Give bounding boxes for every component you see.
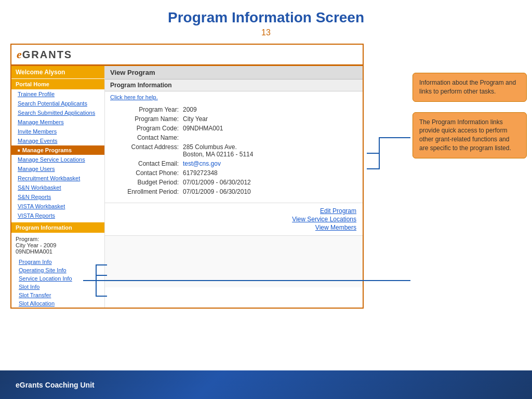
sidebar-item-manage-members[interactable]: Manage Members [11,117,104,127]
sidebar-item-recruitment-workbasket[interactable]: Recruitment Workbasket [11,174,104,183]
sidebar-sub-slot-info[interactable]: Slot Info [11,283,104,291]
sidebar-item-invite-members[interactable]: Invite Members [11,127,104,136]
program-box-label: Program: [16,236,100,242]
egrants-body: Welcome Alyson Portal Home Trainee Profi… [11,66,363,308]
program-details: Program Year: 2009 Program Name: City Ye… [105,103,363,203]
sidebar-sub-service-location[interactable]: Service Location Info [11,274,104,283]
egrants-logo: eGrants [17,48,72,61]
budget-period-label: Budget Period: [110,179,183,186]
view-members-link[interactable]: View Members [105,224,356,231]
program-box-code: 09NDHMA001 [16,248,100,255]
program-info-box: Program: City Year - 2009 09NDHMA001 [11,233,104,258]
sidebar-item-manage-events[interactable]: Manage Events [11,136,104,145]
callout-area: Information about the Program and links … [413,73,527,158]
sidebar-item-search-submitted[interactable]: Search Submitted Applications [11,108,104,117]
contact-email-value: test@cns.gov [183,160,221,167]
program-box-name: City Year - 2009 [16,242,100,248]
detail-row-budget-period: Budget Period: 07/01/2009 - 06/30/2012 [110,179,357,186]
program-name-label: Program Name: [110,115,183,123]
budget-period-value: 07/01/2009 - 06/30/2012 [183,179,251,186]
program-info-section-header: Program Information [11,222,104,233]
contact-name-label: Contact Name: [110,134,183,141]
footer: eGrants Coaching Unit [0,370,532,399]
program-code-value: 09NDHMA001 [183,125,223,132]
detail-row-contact-address: Contact Address: 285 Columbus Ave. Bosto… [110,143,357,158]
sidebar-item-vista-workbasket[interactable]: VISTA Workbasket [11,202,104,211]
sidebar-sub-program-info[interactable]: Program Info [11,258,104,266]
view-service-locations-link[interactable]: View Service Locations [105,216,356,223]
contact-email-link[interactable]: test@cns.gov [183,160,221,167]
sidebar-portal-home[interactable]: Portal Home [11,79,104,89]
sidebar-sub-slot-allocation[interactable]: Slot Allocation [11,299,104,308]
contact-phone-label: Contact Phone: [110,169,183,177]
lower-content-area [105,235,363,287]
sidebar: Welcome Alyson Portal Home Trainee Profi… [11,66,105,308]
enrollment-period-value: 07/01/2009 - 06/30/2010 [183,188,251,195]
footer-text: eGrants Coaching Unit [16,381,95,389]
program-year-label: Program Year: [110,106,183,113]
detail-row-program-year: Program Year: 2009 [110,106,357,113]
page-number: 13 [0,28,532,37]
sidebar-item-trainee-profile[interactable]: Trainee Profile [11,89,104,99]
detail-row-program-code: Program Code: 09NDHMA001 [110,125,357,132]
detail-row-enrollment-period: Enrollment Period: 07/01/2009 - 06/30/20… [110,188,357,195]
callout-box-2: The Program Information links provide qu… [413,112,527,158]
sidebar-item-sn-workbasket[interactable]: S&N Workbasket [11,183,104,192]
edit-program-link[interactable]: Edit Program [105,207,356,215]
detail-row-contact-name: Contact Name: [110,134,357,141]
enrollment-period-label: Enrollment Period: [110,188,183,195]
contact-address-value: 285 Columbus Ave. Boston, MA 02116 - 511… [183,143,253,158]
action-links: Edit Program View Service Locations View… [105,203,363,235]
program-info-section-title: Program Information [105,79,363,91]
egrants-logo-bar: eGrants [11,45,363,66]
sidebar-welcome: Welcome Alyson [11,66,104,78]
egrants-panel: eGrants Welcome Alyson Portal Home Train… [10,44,364,309]
sidebar-item-manage-users[interactable]: Manage Users [11,164,104,174]
view-program-header: View Program [105,66,363,79]
program-name-value: City Year [183,115,208,123]
page-header: Program Information Screen 13 [0,0,532,39]
sidebar-sub-operating-site[interactable]: Operating Site Info [11,266,104,274]
page-title: Program Information Screen [0,9,532,26]
detail-row-contact-phone: Contact Phone: 6179272348 [110,169,357,177]
sidebar-item-manage-programs[interactable]: Manage Programs [11,145,104,155]
sidebar-item-vista-reports[interactable]: VISTA Reports [11,211,104,220]
sidebar-item-sn-reports[interactable]: S&N Reports [11,192,104,202]
callout-box-1: Information about the Program and links … [413,73,527,102]
detail-row-program-name: Program Name: City Year [110,115,357,123]
sidebar-sub-slot-transfer[interactable]: Slot Transfer [11,291,104,299]
detail-row-contact-email: Contact Email: test@cns.gov [110,160,357,167]
content-area: View Program Program Information Click h… [105,66,363,308]
contact-phone-value: 6179272348 [183,169,218,177]
program-code-label: Program Code: [110,125,183,132]
contact-email-label: Contact Email: [110,160,183,167]
sidebar-item-manage-service-locations[interactable]: Manage Service Locations [11,155,104,164]
sidebar-item-search-potential[interactable]: Search Potential Applicants [11,99,104,108]
contact-address-label: Contact Address: [110,143,183,158]
program-year-value: 2009 [183,106,197,113]
click-help-link[interactable]: Click here for help. [105,91,363,103]
